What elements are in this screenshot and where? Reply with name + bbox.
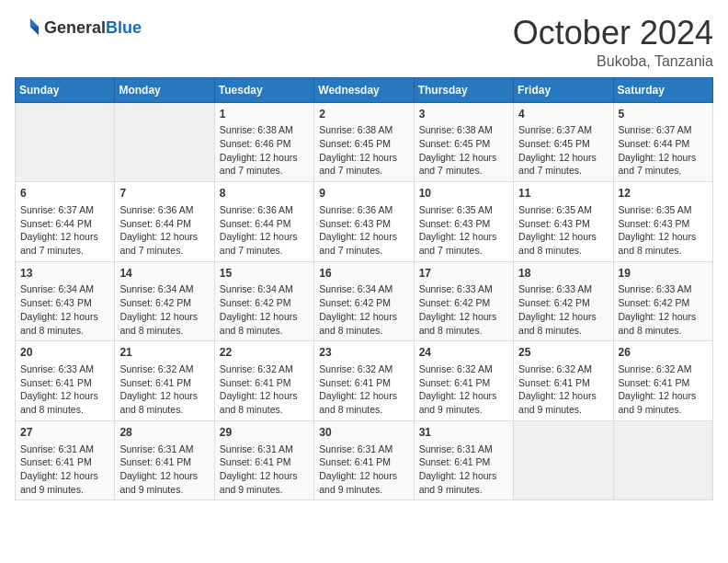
calendar-cell: 22Sunrise: 6:32 AM Sunset: 6:41 PM Dayli… [214,341,313,421]
calendar-cell: 21Sunrise: 6:32 AM Sunset: 6:41 PM Dayli… [115,341,214,421]
cell-info: Sunrise: 6:35 AM Sunset: 6:43 PM Dayligh… [419,203,508,258]
day-number: 2 [319,107,408,122]
calendar-cell: 13Sunrise: 6:34 AM Sunset: 6:43 PM Dayli… [16,261,115,341]
cell-info: Sunrise: 6:31 AM Sunset: 6:41 PM Dayligh… [20,442,109,497]
day-number: 22 [220,345,309,361]
calendar-cell: 23Sunrise: 6:32 AM Sunset: 6:41 PM Dayli… [314,341,414,421]
day-number: 8 [220,186,309,201]
cell-info: Sunrise: 6:32 AM Sunset: 6:41 PM Dayligh… [119,362,209,417]
calendar-cell: 6Sunrise: 6:37 AM Sunset: 6:44 PM Daylig… [16,182,115,262]
calendar-cell [613,420,712,500]
calendar-week-row: 13Sunrise: 6:34 AM Sunset: 6:43 PM Dayli… [16,261,713,341]
calendar-cell: 26Sunrise: 6:32 AM Sunset: 6:41 PM Dayli… [613,341,712,421]
weekday-header-monday: Monday [115,77,214,102]
calendar-cell: 8Sunrise: 6:36 AM Sunset: 6:44 PM Daylig… [214,182,313,262]
cell-info: Sunrise: 6:34 AM Sunset: 6:42 PM Dayligh… [119,282,209,337]
calendar-cell: 19Sunrise: 6:33 AM Sunset: 6:42 PM Dayli… [613,261,712,341]
cell-info: Sunrise: 6:35 AM Sunset: 6:43 PM Dayligh… [619,203,708,258]
day-number: 27 [20,425,109,441]
calendar-cell [115,102,214,182]
cell-info: Sunrise: 6:32 AM Sunset: 6:41 PM Dayligh… [419,362,508,417]
day-number: 3 [419,107,508,122]
calendar-cell: 30Sunrise: 6:31 AM Sunset: 6:41 PM Dayli… [314,420,414,500]
cell-info: Sunrise: 6:36 AM Sunset: 6:44 PM Dayligh… [220,203,309,258]
weekday-header-tuesday: Tuesday [214,77,313,102]
day-number: 15 [220,266,309,282]
logo: GeneralBlue [15,15,142,40]
calendar-table: SundayMondayTuesdayWednesdayThursdayFrid… [15,77,713,501]
calendar-cell: 14Sunrise: 6:34 AM Sunset: 6:42 PM Dayli… [115,261,214,341]
month-year-title: October 2024 [513,15,713,52]
cell-info: Sunrise: 6:33 AM Sunset: 6:42 PM Dayligh… [619,282,708,337]
cell-info: Sunrise: 6:38 AM Sunset: 6:45 PM Dayligh… [419,123,508,178]
title-block: October 2024 Bukoba, Tanzania [513,15,713,70]
calendar-cell: 16Sunrise: 6:34 AM Sunset: 6:42 PM Dayli… [314,261,414,341]
calendar-week-row: 27Sunrise: 6:31 AM Sunset: 6:41 PM Dayli… [16,420,713,500]
calendar-cell: 12Sunrise: 6:35 AM Sunset: 6:43 PM Dayli… [613,182,712,262]
day-number: 20 [20,345,109,361]
day-number: 11 [518,186,608,201]
cell-info: Sunrise: 6:33 AM Sunset: 6:42 PM Dayligh… [419,282,508,337]
day-number: 5 [619,107,708,122]
svg-marker-0 [30,18,39,27]
calendar-cell: 20Sunrise: 6:33 AM Sunset: 6:41 PM Dayli… [16,341,115,421]
calendar-cell: 9Sunrise: 6:36 AM Sunset: 6:43 PM Daylig… [314,182,414,262]
cell-info: Sunrise: 6:33 AM Sunset: 6:42 PM Dayligh… [518,282,608,337]
cell-info: Sunrise: 6:32 AM Sunset: 6:41 PM Dayligh… [619,362,708,417]
cell-info: Sunrise: 6:36 AM Sunset: 6:44 PM Dayligh… [119,203,209,258]
calendar-cell: 3Sunrise: 6:38 AM Sunset: 6:45 PM Daylig… [414,102,513,182]
day-number: 26 [619,345,708,361]
day-number: 7 [119,186,209,201]
weekday-header-friday: Friday [514,77,613,102]
day-number: 28 [119,425,209,441]
cell-info: Sunrise: 6:32 AM Sunset: 6:41 PM Dayligh… [220,362,309,417]
svg-marker-1 [30,27,39,35]
logo-icon [15,15,40,40]
cell-info: Sunrise: 6:38 AM Sunset: 6:46 PM Dayligh… [220,123,309,178]
calendar-cell: 25Sunrise: 6:32 AM Sunset: 6:41 PM Dayli… [514,341,613,421]
calendar-cell [514,420,613,500]
day-number: 16 [319,266,408,282]
day-number: 23 [319,345,408,361]
logo-blue: Blue [106,18,142,37]
day-number: 6 [20,186,109,201]
cell-info: Sunrise: 6:32 AM Sunset: 6:41 PM Dayligh… [518,362,608,417]
calendar-cell: 7Sunrise: 6:36 AM Sunset: 6:44 PM Daylig… [115,182,214,262]
cell-info: Sunrise: 6:34 AM Sunset: 6:42 PM Dayligh… [319,282,408,337]
day-number: 10 [419,186,508,201]
day-number: 21 [119,345,209,361]
calendar-cell: 4Sunrise: 6:37 AM Sunset: 6:45 PM Daylig… [514,102,613,182]
page-header: GeneralBlue October 2024 Bukoba, Tanzani… [15,15,713,70]
day-number: 9 [319,186,408,201]
day-number: 19 [619,266,708,282]
cell-info: Sunrise: 6:31 AM Sunset: 6:41 PM Dayligh… [220,442,309,497]
calendar-cell: 18Sunrise: 6:33 AM Sunset: 6:42 PM Dayli… [514,261,613,341]
calendar-cell [16,102,115,182]
day-number: 1 [220,107,309,122]
day-number: 14 [119,266,209,282]
calendar-week-row: 6Sunrise: 6:37 AM Sunset: 6:44 PM Daylig… [16,182,713,262]
cell-info: Sunrise: 6:31 AM Sunset: 6:41 PM Dayligh… [419,442,508,497]
day-number: 12 [619,186,708,201]
cell-info: Sunrise: 6:36 AM Sunset: 6:43 PM Dayligh… [319,203,408,258]
calendar-cell: 17Sunrise: 6:33 AM Sunset: 6:42 PM Dayli… [414,261,513,341]
cell-info: Sunrise: 6:32 AM Sunset: 6:41 PM Dayligh… [319,362,408,417]
calendar-cell: 27Sunrise: 6:31 AM Sunset: 6:41 PM Dayli… [16,420,115,500]
day-number: 31 [419,425,508,441]
day-number: 29 [220,425,309,441]
calendar-cell: 28Sunrise: 6:31 AM Sunset: 6:41 PM Dayli… [115,420,214,500]
cell-info: Sunrise: 6:37 AM Sunset: 6:45 PM Dayligh… [518,123,608,178]
day-number: 18 [518,266,608,282]
day-number: 17 [419,266,508,282]
calendar-cell: 15Sunrise: 6:34 AM Sunset: 6:42 PM Dayli… [214,261,313,341]
calendar-cell: 5Sunrise: 6:37 AM Sunset: 6:44 PM Daylig… [613,102,712,182]
cell-info: Sunrise: 6:34 AM Sunset: 6:43 PM Dayligh… [20,282,109,337]
calendar-cell: 10Sunrise: 6:35 AM Sunset: 6:43 PM Dayli… [414,182,513,262]
calendar-cell: 29Sunrise: 6:31 AM Sunset: 6:41 PM Dayli… [214,420,313,500]
cell-info: Sunrise: 6:31 AM Sunset: 6:41 PM Dayligh… [319,442,408,497]
calendar-week-row: 1Sunrise: 6:38 AM Sunset: 6:46 PM Daylig… [16,102,713,182]
calendar-header-row: SundayMondayTuesdayWednesdayThursdayFrid… [16,77,713,102]
cell-info: Sunrise: 6:35 AM Sunset: 6:43 PM Dayligh… [518,203,608,258]
weekday-header-wednesday: Wednesday [314,77,414,102]
day-number: 13 [20,266,109,282]
